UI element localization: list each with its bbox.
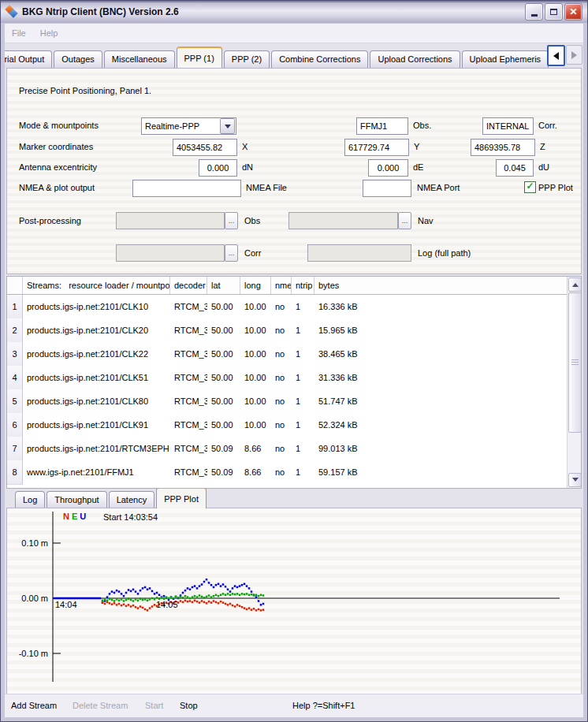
minimize-icon [531, 14, 538, 17]
mode-combobox[interactable]: Realtime-PPP [141, 117, 236, 135]
cell-long: 10.00 [240, 389, 271, 414]
tab-combine-corrections[interactable]: Combine Corrections [271, 50, 368, 68]
ppp-plot-checkbox-label: PPP Plot [538, 183, 573, 192]
obs-mountpoint-field[interactable] [356, 117, 408, 135]
tab-scroll-left-button[interactable] [547, 45, 565, 66]
x-tick-label: 14:05 [156, 600, 178, 609]
post-obs-browse-button[interactable]: ... [225, 212, 238, 229]
cell-decoder: RTCM_3.0 [170, 389, 207, 414]
ppp-panel: Precise Point Positioning, Panel 1. Mode… [6, 68, 582, 274]
table-row[interactable]: 5products.igs-ip.net:2101/CLK80RTCM_3.05… [7, 389, 581, 413]
dropdown-button[interactable] [220, 118, 235, 134]
nmea-file-field[interactable] [132, 180, 241, 197]
tab-upload-ephemeris[interactable]: Upload Ephemeris [462, 50, 549, 68]
ppp-plot-checkbox[interactable]: ✓ [524, 181, 536, 193]
table-scrollbar[interactable] [567, 277, 581, 488]
marker-y-field[interactable] [344, 139, 409, 156]
y-label: Y [414, 142, 419, 151]
legend-n: N [63, 512, 69, 521]
help-hint: Help ?=Shift+F1 [292, 701, 355, 710]
post-corr-browse-button[interactable]: ... [225, 244, 238, 262]
cell-nmea: no [271, 366, 292, 390]
column-header: Streams: resource loader / mountpoint [23, 277, 170, 294]
cell-decoder: RTCM_3.0 [170, 460, 207, 485]
scrollbar-thumb[interactable] [568, 292, 582, 433]
antenna-du-field[interactable] [496, 159, 534, 177]
table-row[interactable]: 8www.igs-ip.net:2101/FFMJ1RTCM_3.050.098… [7, 460, 581, 484]
plot-legend: NEU [63, 512, 86, 521]
corr-mountpoint-field[interactable] [482, 117, 534, 135]
cell-nmea: no [271, 342, 292, 367]
status-bar: Help ?=Shift+F1 Add StreamDelete StreamS… [5, 694, 583, 717]
tab-ppp-2[interactable]: PPP (2) [224, 50, 270, 68]
tab-serial-output[interactable]: Serial Output [5, 50, 52, 68]
row-number: 8 [7, 460, 23, 485]
cell-nmea: no [271, 437, 292, 461]
cell-mountpoint: products.igs-ip.net:2101/CLK20 [23, 318, 170, 343]
cell-mountpoint: www.igs-ip.net:2101/FFMJ1 [23, 460, 170, 485]
up-arrow-icon [572, 280, 579, 287]
maximize-button[interactable] [545, 3, 563, 20]
antenna-de-field[interactable] [368, 159, 408, 177]
tab-upload-corrections[interactable]: Upload Corrections [370, 50, 460, 68]
table-row[interactable]: 1products.igs-ip.net:2101/CLK10RTCM_3.05… [7, 295, 581, 318]
cell-bytes: 59.157 kB [314, 460, 581, 485]
scroll-up-button[interactable] [568, 277, 582, 292]
cell-mountpoint: products.igs-ip.net:2101/CLK91 [23, 413, 170, 437]
cell-bytes: 31.336 kB [314, 366, 581, 390]
marker-label: Marker coordinates [19, 142, 93, 151]
table-row[interactable]: 7products.igs-ip.net:2101/RTCM3EPHRTCM_3… [7, 437, 581, 460]
cell-lat: 50.00 [207, 389, 240, 414]
row-number: 2 [7, 318, 23, 343]
post-obs-field [116, 212, 225, 229]
menu-help[interactable]: Help [40, 28, 58, 38]
cell-lat: 50.00 [207, 342, 240, 367]
cell-long: 8.66 [240, 437, 271, 461]
menu-file[interactable]: File [12, 28, 26, 38]
column-header: lat [207, 277, 240, 294]
tab-ppp-plot[interactable]: PPP Plot [156, 489, 207, 508]
minimize-button[interactable] [525, 3, 543, 20]
start-action: Start [145, 701, 163, 710]
table-row[interactable]: 3products.igs-ip.net:2101/CLK22RTCM_3.05… [7, 342, 581, 366]
right-arrow-icon [571, 51, 577, 59]
nmea-port-field[interactable] [363, 180, 411, 197]
cell-lat: 50.09 [207, 437, 240, 461]
cell-long: 10.00 [240, 318, 271, 343]
add-stream-action[interactable]: Add Stream [11, 701, 57, 710]
cell-lat: 50.00 [207, 318, 240, 343]
tab-scroll-right-button [566, 45, 582, 65]
post-nav-browse-button[interactable]: ... [398, 212, 411, 229]
scroll-down-button[interactable] [568, 473, 582, 487]
tab-latency[interactable]: Latency [109, 491, 155, 508]
cell-lat: 50.09 [207, 460, 240, 485]
plot-start-label: Start 14:03:54 [103, 512, 158, 522]
post-nav-label: Nav [418, 216, 434, 225]
tab-outages[interactable]: Outages [54, 50, 102, 68]
z-label: Z [540, 142, 545, 151]
column-header: bytes [314, 277, 581, 294]
close-button[interactable]: ✕ [564, 3, 582, 20]
x-label: X [242, 142, 247, 151]
tab-log[interactable]: Log [15, 491, 45, 508]
row-number: 4 [7, 366, 23, 390]
tab-ppp-1[interactable]: PPP (1) [177, 47, 222, 68]
marker-z-field[interactable] [471, 139, 535, 156]
de-label: dE [413, 162, 423, 172]
table-row[interactable]: 6products.igs-ip.net:2101/CLK91RTCM_3.05… [7, 413, 581, 437]
stop-action[interactable]: Stop [180, 701, 198, 710]
tab-throughput[interactable]: Throughput [47, 491, 106, 508]
cell-long: 8.66 [240, 460, 271, 485]
mode-label: Mode & mountpoints [19, 121, 99, 130]
cell-bytes: 52.324 kB [314, 413, 581, 437]
title-bar: BKG Ntrip Client (BNC) Version 2.6 ✕ [1, 1, 587, 23]
row-number: 5 [7, 389, 23, 414]
cell-mountpoint: products.igs-ip.net:2101/CLK80 [23, 389, 170, 414]
cell-long: 10.00 [240, 413, 271, 437]
antenna-dn-field[interactable] [199, 159, 237, 177]
antenna-label: Antenna excentricity [19, 162, 97, 172]
table-row[interactable]: 2products.igs-ip.net:2101/CLK20RTCM_3.05… [7, 318, 581, 342]
table-row[interactable]: 4products.igs-ip.net:2101/CLK51RTCM_3.05… [7, 366, 581, 389]
tab-miscellaneous[interactable]: Miscellaneous [104, 50, 175, 68]
marker-x-field[interactable] [173, 139, 237, 156]
